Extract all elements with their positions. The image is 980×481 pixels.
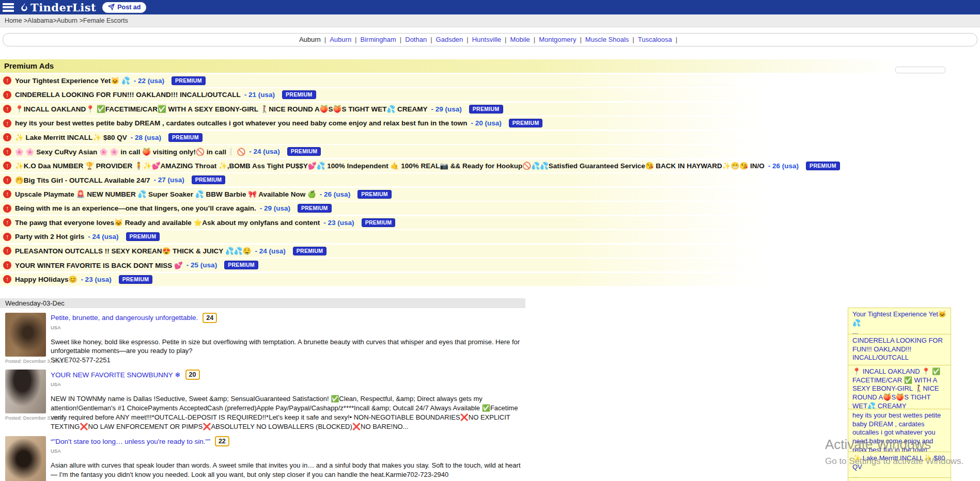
listing-row: Posted: December 3, 2025 Petite, brunett… bbox=[5, 313, 980, 365]
brand-logo[interactable]: TinderList bbox=[20, 1, 96, 14]
up-arrow-icon: ↑ bbox=[3, 119, 11, 127]
listing-thumb-column: Posted: December 3, 2025 bbox=[5, 370, 46, 431]
city-link[interactable]: Dothan bbox=[405, 36, 427, 43]
listing-photo[interactable] bbox=[5, 436, 46, 481]
listing-age-badge: 22 bbox=[215, 436, 229, 446]
listing-posted-date: Posted: December 3, 2025 bbox=[5, 358, 46, 364]
city-links: Auburn|Birmingham|Dothan|Gadsden|Huntsvi… bbox=[330, 36, 681, 43]
sidebar-ad-text: 📍 INCALL OAKLAND 📍 ✅ FACETIME/CAR ✅ WITH… bbox=[852, 367, 946, 410]
premium-ad-link[interactable]: Party with 2 Hot girls bbox=[15, 233, 84, 241]
city-link[interactable]: Auburn bbox=[330, 36, 351, 43]
listings-list: Posted: December 3, 2025 Petite, brunett… bbox=[0, 313, 980, 481]
premium-badge: PREMIUM bbox=[192, 175, 226, 184]
listing-title-link[interactable]: Petite, brunette, and dangerously unforg… bbox=[51, 314, 198, 322]
premium-ad-link[interactable]: YOUR WINTER FAVORITE IS BACK DONT MISS 💕 bbox=[15, 261, 183, 269]
premium-ad-link[interactable]: Upscale Playmate 🚨 NEW NUMBER 💦 Super So… bbox=[15, 190, 316, 198]
listing-age-badge: 20 bbox=[185, 370, 200, 380]
breadcrumb-bar: Home >Alabama>Auburn >Female Escorts bbox=[0, 14, 980, 27]
premium-ad-row: ↑ Party with 2 Hot girls - 24 (usa) PREM… bbox=[0, 230, 980, 243]
city-link[interactable]: Montgomery bbox=[539, 36, 576, 43]
premium-badge: PREMIUM bbox=[287, 147, 321, 156]
premium-ad-row: ↑ 📍INCALL OAKLAND📍 ✅FACETIME/CAR✅ WITH A… bbox=[0, 103, 980, 116]
sidebar-ad-box[interactable]: ... bbox=[848, 477, 951, 481]
up-arrow-icon: ↑ bbox=[3, 261, 11, 269]
premium-ad-link[interactable]: hey its your best wettes petite baby DRE… bbox=[15, 119, 467, 127]
up-arrow-icon: ↑ bbox=[3, 76, 11, 85]
premium-ad-age: - 23 (usa) bbox=[81, 276, 111, 283]
sidebar-ad-text: Your Tightest Experience Yet🐱 💦 bbox=[852, 310, 946, 327]
listing-body: “"Don't stare too long… unless you're re… bbox=[51, 436, 525, 481]
date-header: Wednesday-03-Dec bbox=[0, 298, 525, 308]
premium-ad-age: - 29 (usa) bbox=[260, 204, 290, 212]
city-separator: | bbox=[632, 36, 634, 43]
premium-ad-link[interactable]: Happy HOlidays😊 bbox=[15, 275, 77, 283]
premium-ad-row: ↑ The pawg that everyone loves🐱 Ready an… bbox=[0, 216, 980, 229]
premium-badge: PREMIUM bbox=[509, 119, 543, 127]
up-arrow-icon: ↑ bbox=[3, 148, 11, 156]
listing-title-link[interactable]: “"Don't stare too long… unless you're re… bbox=[51, 438, 210, 445]
premium-ad-link[interactable]: 🌸 🌸 Sexy CuRvy Asian 🌸 🌸 in call 🍑 visit… bbox=[15, 148, 245, 156]
city-link[interactable]: Tuscaloosa bbox=[638, 36, 672, 43]
city-separator: | bbox=[466, 36, 468, 43]
listing-body: Petite, brunette, and dangerously unforg… bbox=[51, 313, 525, 365]
premium-ad-link[interactable]: Your Tightest Experience Yet🐱 💦 bbox=[15, 76, 130, 85]
up-arrow-icon: ↑ bbox=[3, 204, 11, 213]
city-link[interactable]: Mobile bbox=[510, 36, 530, 43]
sidebar-ad-text: CINDERELLA LOOKING FOR FUN!!! OAKLAND!!!… bbox=[852, 336, 946, 362]
premium-ad-link[interactable]: The pawg that everyone loves🐱 Ready and … bbox=[15, 218, 320, 227]
listing-country: USA bbox=[51, 381, 525, 387]
premium-badge: PREMIUM bbox=[224, 261, 258, 269]
premium-ad-row: ↑ Your Tightest Experience Yet🐱 💦 - 22 (… bbox=[0, 74, 980, 87]
premium-badge: PREMIUM bbox=[172, 76, 206, 85]
post-ad-button[interactable]: Post ad bbox=[102, 2, 146, 13]
city-link[interactable]: Birmingham bbox=[361, 36, 396, 43]
premium-ad-row: ↑ Happy HOlidays😊 - 23 (usa) PREMIUM bbox=[0, 273, 980, 286]
city-separator: | bbox=[400, 36, 401, 43]
premium-badge: PREMIUM bbox=[806, 162, 840, 170]
listing-description: Sweet like honey, bold like espresso. Pe… bbox=[51, 338, 525, 365]
premium-ad-age: - 22 (usa) bbox=[134, 77, 164, 85]
premium-badge: PREMIUM bbox=[282, 90, 316, 99]
premium-ad-age: - 24 (usa) bbox=[249, 148, 279, 155]
up-arrow-icon: ↑ bbox=[3, 105, 11, 113]
premium-ad-row: ↑ PLEASANTON OUTCALLS !! SEXY KOREAN😍 TH… bbox=[0, 245, 980, 258]
listing-title-link[interactable]: YOUR NEW FAVORITE SNOWBUNNY ❄ bbox=[51, 371, 181, 379]
premium-ad-link[interactable]: 🤭Big Tits Girl - OUTCALL Available 24/7 bbox=[15, 176, 150, 184]
city-separator: | bbox=[430, 36, 432, 43]
sidebar-ad-box[interactable]: ✨ Lake Merritt INCALL✨ $80 QV ... bbox=[848, 452, 951, 481]
breadcrumb[interactable]: Home >Alabama>Auburn >Female Escorts bbox=[5, 17, 128, 24]
premium-ad-age: - 24 (usa) bbox=[255, 247, 285, 255]
premium-ad-age: - 26 (usa) bbox=[768, 162, 799, 170]
city-link[interactable]: Huntsville bbox=[472, 36, 501, 43]
hamburger-menu-icon[interactable] bbox=[3, 3, 14, 12]
premium-ad-age: - 20 (usa) bbox=[471, 119, 501, 127]
premium-badge: PREMIUM bbox=[168, 133, 203, 142]
listing-row: Posted: December 3, 2025 YOUR NEW FAVORI… bbox=[5, 370, 980, 431]
premium-ad-link[interactable]: 📍INCALL OAKLAND📍 ✅FACETIME/CAR✅ WITH A S… bbox=[15, 105, 428, 113]
sidebar-ad-text: ✨ Lake Merritt INCALL✨ $80 QV bbox=[852, 454, 946, 471]
city-link[interactable]: Muscle Shoals bbox=[585, 36, 629, 43]
premium-badge: PREMIUM bbox=[469, 105, 503, 114]
city-current: Auburn bbox=[299, 36, 321, 43]
listing-row: Posted: December 3, 2025 “"Don't stare t… bbox=[5, 436, 980, 481]
premium-ad-link[interactable]: ✨K.O Daa NUMBER 🏆 PROVIDER 🧍✨💕AMAZING Th… bbox=[15, 162, 765, 170]
premium-ad-link[interactable]: Being with me is an experience—one that … bbox=[15, 204, 256, 212]
premium-ad-row: ↑ ✨K.O Daa NUMBER 🏆 PROVIDER 🧍✨💕AMAZING … bbox=[0, 159, 980, 172]
premium-badge: PREMIUM bbox=[293, 247, 327, 255]
up-arrow-icon: ↑ bbox=[3, 218, 11, 227]
city-link[interactable]: Gadsden bbox=[436, 36, 463, 43]
premium-ad-link[interactable]: ✨ Lake Merritt INCALL✨ $80 QV bbox=[15, 133, 127, 141]
premium-ad-age: - 27 (usa) bbox=[153, 176, 184, 184]
flame-icon bbox=[20, 3, 28, 12]
listing-photo[interactable] bbox=[5, 313, 46, 357]
listing-country: USA bbox=[51, 448, 525, 454]
premium-ad-age: - 25 (usa) bbox=[186, 261, 217, 269]
premium-ad-link[interactable]: CINDERELLA LOOKING FOR FUN!!! OAKLAND!!!… bbox=[15, 91, 241, 99]
listing-photo[interactable] bbox=[5, 370, 46, 413]
post-ad-label: Post ad bbox=[117, 4, 141, 11]
premium-ad-link[interactable]: PLEASANTON OUTCALLS !! SEXY KOREAN😍 THIC… bbox=[15, 247, 251, 255]
premium-ad-row: ↑ Being with me is an experience—one tha… bbox=[0, 202, 980, 215]
up-arrow-icon: ↑ bbox=[3, 162, 11, 170]
listing-description: Asian allure with curves that speak loud… bbox=[51, 461, 525, 479]
up-arrow-icon: ↑ bbox=[3, 133, 11, 141]
